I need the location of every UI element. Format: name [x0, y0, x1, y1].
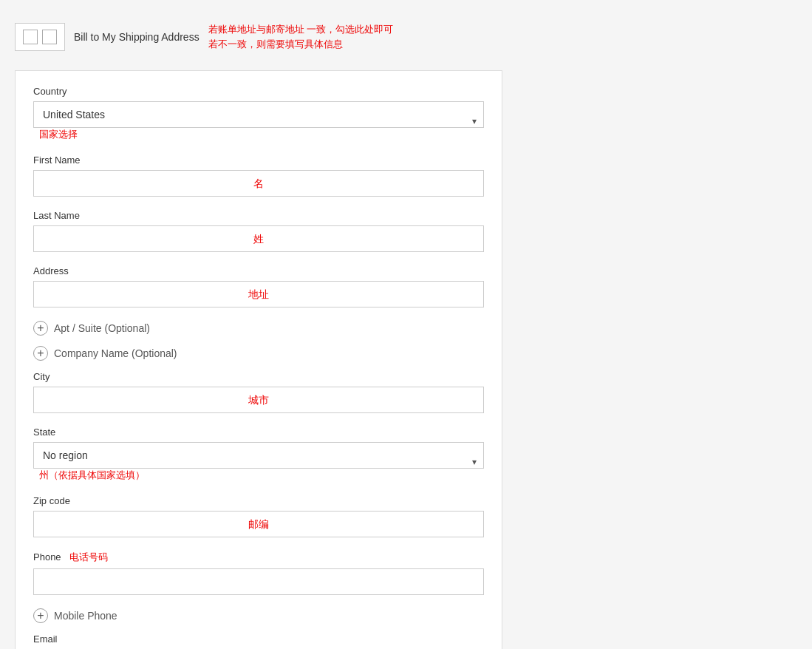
- city-label: City: [33, 371, 484, 382]
- first-name-group: First Name: [33, 154, 484, 197]
- header-note: 若账单地址与邮寄地址 一致，勾选此处即可 若不一致，则需要填写具体信息: [208, 22, 394, 51]
- mobile-phone-row[interactable]: + Mobile Phone: [33, 608, 484, 623]
- last-name-group: Last Name: [33, 210, 484, 252]
- company-name-plus-icon[interactable]: +: [33, 346, 48, 361]
- last-name-input[interactable]: [33, 225, 484, 252]
- country-select[interactable]: United States: [33, 101, 484, 128]
- address-group: Address: [33, 265, 484, 307]
- country-annotation: 国家选择: [39, 129, 78, 140]
- country-select-wrapper[interactable]: United States 国家选择 ▾: [33, 101, 484, 141]
- country-label: Country: [33, 86, 484, 97]
- state-select-wrapper[interactable]: No region 州（依据具体国家选填） ▾: [33, 442, 484, 482]
- phone-label: Phone 电话号码: [33, 551, 484, 564]
- phone-annotation: 电话号码: [69, 551, 108, 563]
- first-name-label: First Name: [33, 154, 484, 166]
- zip-code-label: Zip code: [33, 495, 484, 506]
- company-name-row[interactable]: + Company Name (Optional): [33, 346, 484, 361]
- city-group: City: [33, 371, 484, 413]
- address-label: Address: [33, 265, 484, 276]
- zip-code-group: Zip code: [33, 495, 484, 537]
- apt-suite-label: Apt / Suite (Optional): [54, 322, 150, 334]
- header-note-line1: 若账单地址与邮寄地址 一致，勾选此处即可: [208, 22, 394, 37]
- state-select[interactable]: No region: [33, 442, 484, 469]
- phone-input[interactable]: [33, 568, 484, 595]
- bill-to-shipping-label: Bill to My Shipping Address: [74, 31, 199, 43]
- last-name-label: Last Name: [33, 210, 484, 221]
- checkbox-2[interactable]: [42, 30, 57, 44]
- first-name-input[interactable]: [33, 170, 484, 197]
- city-input[interactable]: [33, 387, 484, 413]
- company-name-label: Company Name (Optional): [54, 347, 177, 359]
- state-group: State No region 州（依据具体国家选填） ▾: [33, 427, 484, 482]
- apt-suite-plus-icon[interactable]: +: [33, 321, 48, 336]
- billing-form: Country United States 国家选择 ▾ First Name …: [15, 70, 502, 649]
- zip-code-input[interactable]: [33, 511, 484, 537]
- phone-group: Phone 电话号码: [33, 551, 484, 595]
- mobile-phone-label: Mobile Phone: [54, 610, 117, 622]
- apt-suite-row[interactable]: + Apt / Suite (Optional): [33, 321, 484, 336]
- header-row: Bill to My Shipping Address 若账单地址与邮寄地址 一…: [15, 15, 797, 58]
- header-note-line2: 若不一致，则需要填写具体信息: [208, 37, 394, 52]
- phone-label-text: Phone: [33, 551, 61, 563]
- state-annotation: 州（依据具体国家选填）: [39, 469, 145, 480]
- address-input[interactable]: [33, 281, 484, 307]
- checkbox-1[interactable]: [23, 30, 38, 44]
- checkbox-group[interactable]: [15, 23, 65, 51]
- email-label: Email: [33, 633, 484, 645]
- mobile-phone-plus-icon[interactable]: +: [33, 608, 48, 623]
- country-group: Country United States 国家选择 ▾: [33, 86, 484, 141]
- email-group: Email: [33, 633, 484, 649]
- state-label: State: [33, 427, 484, 438]
